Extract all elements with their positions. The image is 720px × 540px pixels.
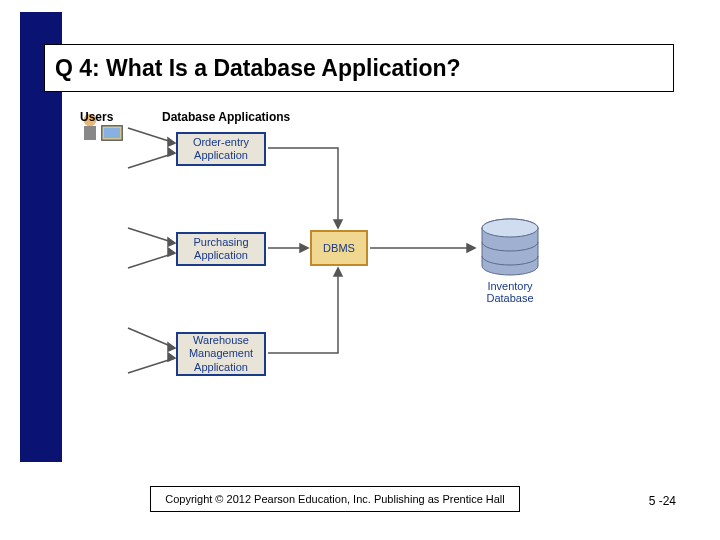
app-box-order-entry: Order-entry Application (176, 132, 266, 166)
title-panel: Q 4: What Is a Database Application? (44, 44, 674, 92)
column-label-users: Users (80, 110, 113, 124)
database-label: Inventory Database (475, 280, 545, 304)
svg-marker-17 (467, 244, 475, 252)
copyright-text: Copyright © 2012 Pearson Education, Inc.… (165, 493, 505, 505)
connector-lines (80, 110, 640, 450)
svg-marker-11 (168, 353, 175, 361)
svg-point-43 (482, 219, 538, 237)
svg-marker-3 (168, 148, 175, 156)
column-label-apps: Database Applications (162, 110, 290, 124)
app-box-warehouse: Warehouse Management Application (176, 332, 266, 376)
page-number: 5 -24 (649, 494, 676, 508)
database-icon (478, 218, 542, 278)
app-label: Order-entry Application (180, 136, 262, 162)
copyright-box: Copyright © 2012 Pearson Education, Inc.… (150, 486, 520, 512)
slide-title: Q 4: What Is a Database Application? (55, 55, 461, 82)
svg-marker-12 (334, 220, 342, 228)
svg-marker-7 (168, 248, 175, 256)
svg-marker-1 (168, 138, 175, 146)
app-label: Purchasing Application (180, 236, 262, 262)
svg-marker-5 (168, 238, 175, 246)
dbms-box: DBMS (310, 230, 368, 266)
svg-rect-41 (84, 126, 96, 140)
svg-rect-39 (104, 128, 120, 138)
app-label: Warehouse Management Application (180, 334, 262, 374)
diagram-area: Order-entry Application Purchasing Appli… (80, 110, 640, 450)
dbms-label: DBMS (323, 242, 355, 254)
svg-marker-15 (334, 268, 342, 276)
svg-marker-9 (168, 343, 175, 351)
app-box-purchasing: Purchasing Application (176, 232, 266, 266)
svg-marker-14 (300, 244, 308, 252)
